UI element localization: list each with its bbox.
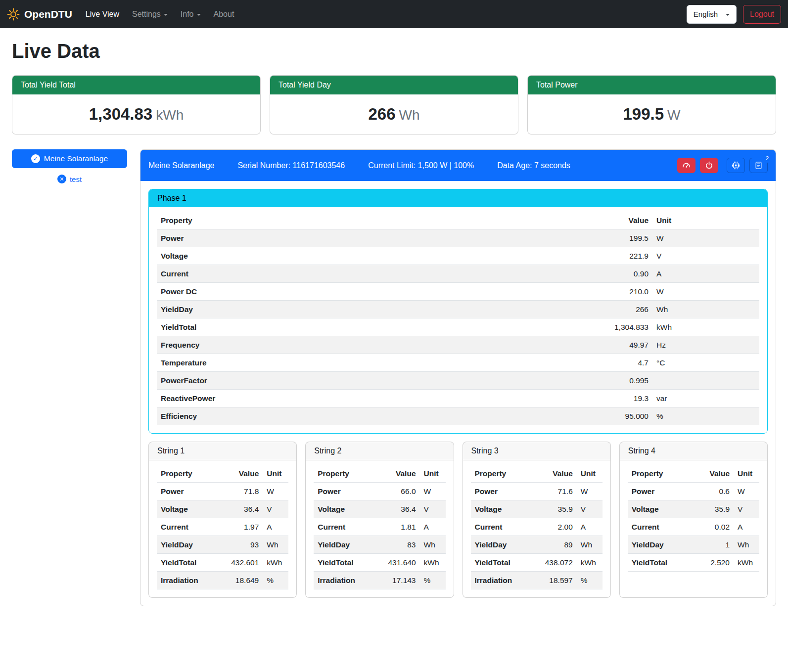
gauge-icon [682, 161, 691, 170]
table-header-row: Property Value Unit [628, 465, 759, 483]
property-cell: Frequency [157, 336, 593, 354]
property-cell: Voltage [157, 247, 593, 265]
property-cell: Temperature [157, 354, 593, 372]
table-row: Power0.6W [628, 483, 759, 500]
table-row: Irradiation18.597% [471, 572, 603, 589]
inverter-sidebar: ✓ Meine Solaranlage ✕ test [12, 149, 127, 183]
nav-item-label: Info [181, 10, 194, 19]
string-card-3: String 3 Property Value Unit [463, 442, 611, 598]
column-header-property: Property [314, 465, 383, 483]
sidebar-item-test[interactable]: ✕ test [12, 175, 127, 183]
unit-cell: Wh [263, 536, 288, 554]
unit-cell: Wh [420, 536, 446, 554]
nav-item-settings[interactable]: Settings [126, 6, 174, 23]
value-cell: 1,304.833 [593, 318, 652, 336]
page-title: Live Data [12, 40, 776, 62]
value-cell: 0.02 [697, 518, 734, 536]
table-row: Temperature4.7°C [157, 354, 759, 372]
summary-unit: Wh [399, 107, 420, 123]
property-cell: Irradiation [157, 572, 226, 589]
property-cell: Voltage [157, 500, 226, 518]
value-cell: 221.9 [593, 247, 652, 265]
column-header-property: Property [157, 465, 226, 483]
unit-cell: kWh [652, 318, 759, 336]
string-card-2: String 2 Property Value Unit [305, 442, 454, 598]
table-row: Power71.8W [157, 483, 288, 500]
sidebar-item-meine-solaranlage[interactable]: ✓ Meine Solaranlage [12, 149, 127, 168]
nav-item-live-view[interactable]: Live View [79, 6, 126, 23]
phase-card-title: Phase 1 [149, 189, 767, 207]
table-header-row: Property Value Unit [314, 465, 445, 483]
summary-value: 266 [368, 105, 395, 123]
column-header-unit: Unit [652, 212, 759, 229]
column-header-property: Property [628, 465, 697, 483]
inverter-data-age: Data Age: 7 seconds [497, 161, 570, 170]
column-header-value: Value [540, 465, 577, 483]
table-row: Efficiency95.000% [157, 407, 759, 425]
summary-card-total-yield-total: Total Yield Total 1,304.83kWh [12, 75, 261, 134]
property-cell: Current [157, 518, 226, 536]
phase-card-body: Property Value Unit Power199.5WVoltage22… [149, 207, 767, 433]
x-circle-icon: ✕ [57, 175, 66, 183]
table-row: Current1.81A [314, 518, 445, 536]
logout-button[interactable]: Logout [743, 5, 781, 24]
table-row: YieldTotal438.072kWh [471, 554, 603, 572]
nav-item-info[interactable]: Info [174, 6, 207, 23]
table-row: Irradiation18.649% [157, 572, 288, 589]
inverter-panel: Meine Solaranlage Serial Number: 1161716… [140, 149, 776, 606]
sun-logo-icon [7, 8, 20, 21]
value-cell: 2.520 [697, 554, 734, 572]
table-row: Frequency49.97Hz [157, 336, 759, 354]
strings-row: String 1 Property Value Unit [148, 442, 768, 598]
device-info-button[interactable] [727, 158, 745, 173]
table-row: Current0.90A [157, 265, 759, 283]
cpu-icon [732, 161, 740, 170]
table-row: Current1.97A [157, 518, 288, 536]
nav-item-about[interactable]: About [207, 6, 241, 23]
language-select[interactable]: English [687, 5, 737, 24]
unit-cell: A [652, 265, 759, 283]
summary-unit: W [667, 107, 680, 123]
string-table: Property Value Unit Power71.8WVoltage36.… [157, 465, 288, 589]
table-row: Voltage35.9V [471, 500, 603, 518]
string-card-body: Property Value Unit Power0.6WVoltage35.9… [620, 460, 767, 580]
value-cell: 83 [383, 536, 420, 554]
table-row: YieldDay1Wh [628, 536, 759, 554]
column-header-property: Property [471, 465, 540, 483]
power-button[interactable] [700, 158, 718, 173]
unit-cell: V [734, 500, 759, 518]
nav-links: Live View Settings Info About [79, 6, 241, 23]
value-cell: 95.000 [593, 407, 652, 425]
inverter-name: Meine Solaranlage [148, 161, 214, 170]
table-row: Power199.5W [157, 229, 759, 247]
string-card-4: String 4 Property Value Unit [619, 442, 768, 598]
property-cell: YieldDay [314, 536, 383, 554]
value-cell: 0.90 [593, 265, 652, 283]
property-cell: YieldDay [157, 536, 226, 554]
event-log-button[interactable]: 2 [749, 158, 768, 173]
value-cell: 210.0 [593, 283, 652, 301]
unit-cell: V [652, 247, 759, 265]
string-card-1: String 1 Property Value Unit [148, 442, 297, 598]
limit-settings-button[interactable] [677, 158, 695, 173]
column-header-property: Property [157, 212, 593, 229]
column-header-unit: Unit [420, 465, 446, 483]
property-cell: Voltage [628, 500, 697, 518]
property-cell: YieldDay [157, 301, 593, 318]
string-card-title: String 4 [620, 442, 767, 460]
property-cell: Efficiency [157, 407, 593, 425]
table-row: YieldTotal1,304.833kWh [157, 318, 759, 336]
table-row: YieldTotal431.640kWh [314, 554, 445, 572]
property-cell: Voltage [471, 500, 540, 518]
property-cell: YieldTotal [471, 554, 540, 572]
value-cell: 49.97 [593, 336, 652, 354]
summary-card-title: Total Power [528, 76, 776, 94]
unit-cell: Hz [652, 336, 759, 354]
property-cell: YieldDay [471, 536, 540, 554]
brand[interactable]: OpenDTU [7, 8, 72, 21]
property-cell: Irradiation [471, 572, 540, 589]
unit-cell: A [263, 518, 288, 536]
unit-cell: % [577, 572, 603, 589]
summary-value: 1,304.83 [89, 105, 152, 123]
sidebar-item-label: Meine Solaranlage [44, 154, 108, 163]
